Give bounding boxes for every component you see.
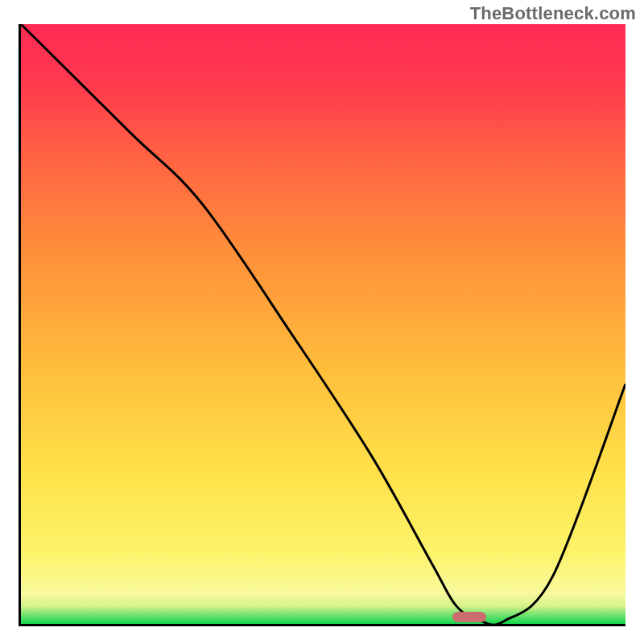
chart-container: TheBottleneck.com bbox=[0, 0, 644, 644]
bottleneck-curve bbox=[21, 24, 625, 624]
attribution-text: TheBottleneck.com bbox=[470, 3, 636, 24]
plot-area bbox=[19, 24, 625, 626]
curve-path bbox=[21, 24, 625, 624]
